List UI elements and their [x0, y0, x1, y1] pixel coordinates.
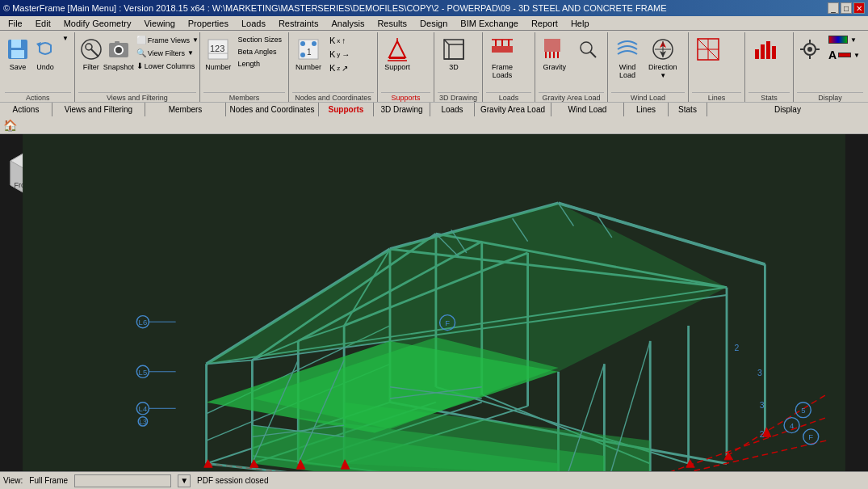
view-filters-icon: 🔍	[136, 48, 146, 57]
view-label: View:	[3, 476, 23, 485]
filter-label: Filter	[83, 63, 99, 71]
color-dropdown-button[interactable]: ▼	[825, 34, 863, 45]
section-actions[interactable]: Actions	[0, 103, 52, 116]
status-progress-bar[interactable]	[74, 474, 171, 487]
kx-button[interactable]: K x ↑	[326, 34, 353, 47]
svg-rect-1	[11, 40, 21, 48]
menu-help[interactable]: Help	[566, 19, 594, 28]
undo-button[interactable]: Undo	[32, 34, 58, 74]
main-area: Top Front Right	[0, 134, 868, 471]
section-wind[interactable]: Wind Load	[551, 103, 624, 116]
stats-button[interactable]	[748, 34, 781, 65]
gravity-group-label: Gravity Area Load	[539, 92, 604, 102]
frame-loads-icon	[489, 36, 515, 62]
svg-point-37	[581, 42, 592, 53]
section-supports[interactable]: Supports	[319, 103, 374, 116]
frame-views-icon: ⬜	[136, 36, 146, 44]
section-sizes-button[interactable]: Section Sizes	[234, 34, 285, 45]
wind-load-button[interactable]: WindLoad	[611, 34, 644, 82]
lines-button[interactable]	[692, 34, 724, 65]
nodes-group-label: Nodes and Coordinates	[292, 92, 374, 102]
ky-button[interactable]: K y →	[326, 48, 353, 61]
menu-file[interactable]: File	[3, 19, 27, 28]
undo-dropdown[interactable]: ▼	[60, 34, 71, 43]
titlebar-controls[interactable]: _ □ ✕	[828, 2, 865, 14]
kz-button[interactable]: K z ↗	[326, 61, 353, 74]
length-button[interactable]: Length	[234, 58, 285, 70]
section-views[interactable]: Views and Filtering	[52, 103, 145, 116]
menu-design[interactable]: Design	[415, 19, 452, 28]
ribbon-group-lines: Lines	[689, 32, 745, 102]
svg-point-8	[115, 47, 122, 53]
lines-group-label: Lines	[692, 92, 741, 102]
menu-restraints[interactable]: Restraints	[274, 19, 324, 28]
ribbon-group-stats: Stats	[745, 32, 794, 102]
menu-analysis[interactable]: Analysis	[326, 19, 369, 28]
view-filters-button[interactable]: 🔍 View Filters ▼	[133, 47, 202, 59]
svg-marker-18	[389, 41, 405, 57]
save-button[interactable]: Save	[5, 34, 31, 74]
frame-loads-label: FrameLoads	[492, 63, 513, 79]
display-settings-button[interactable]	[797, 34, 824, 65]
frame-views-button[interactable]: ⬜ Frame Views ▼	[133, 34, 202, 46]
svg-rect-9	[115, 41, 120, 44]
home-icon[interactable]: 🏠	[3, 119, 17, 132]
section-labels: Actions Views and Filtering Members Node…	[0, 102, 868, 116]
wind-group-label: Wind Load	[611, 92, 685, 102]
filter-button[interactable]: Filter	[78, 34, 104, 74]
section-stats[interactable]: Stats	[669, 103, 707, 116]
menu-modify-geometry[interactable]: Modify Geometry	[59, 19, 136, 28]
svg-text:4: 4	[790, 421, 794, 430]
snapshot-button[interactable]: Snapshot	[106, 34, 132, 74]
svg-rect-27	[492, 46, 513, 53]
menu-results[interactable]: Results	[372, 19, 412, 28]
filter-icon	[78, 36, 104, 62]
status-dropdown-button[interactable]: ▼	[178, 474, 191, 487]
lower-columns-button[interactable]: ⬇ Lower Columns	[133, 60, 202, 72]
section-loads[interactable]: Loads	[430, 103, 475, 116]
3d-button[interactable]: 3D	[438, 34, 470, 74]
svg-text:2: 2	[760, 430, 765, 439]
font-button[interactable]: A ▼	[825, 47, 863, 63]
support-button[interactable]: Support	[381, 34, 413, 74]
nodes-number-icon: 1	[296, 36, 321, 62]
section-lines[interactable]: Lines	[624, 103, 669, 116]
minimize-button[interactable]: _	[828, 2, 839, 14]
nodes-number-button[interactable]: 1 Number	[292, 34, 325, 74]
support-label: Support	[384, 63, 410, 71]
viewport[interactable]: Top Front Right	[0, 134, 868, 471]
menubar: File Edit Modify Geometry Viewing Proper…	[0, 16, 868, 31]
save-label: Save	[10, 63, 27, 71]
menu-properties[interactable]: Properties	[183, 19, 233, 28]
beta-angles-button[interactable]: Beta Angles	[234, 46, 285, 57]
members-number-icon: 123	[205, 36, 231, 62]
section-3d[interactable]: 3D Drawing	[374, 103, 430, 116]
ribbon-group-nodes: 1 Number K x ↑ K y → K z	[289, 32, 378, 102]
section-members[interactable]: Members	[145, 103, 226, 116]
menu-bim-exchange[interactable]: BIM Exchange	[455, 19, 523, 28]
menu-loads[interactable]: Loads	[237, 19, 270, 28]
section-display[interactable]: Display	[707, 103, 868, 116]
ribbon-group-supports: Support Supports	[378, 32, 434, 102]
wind-load-label: WindLoad	[619, 63, 636, 79]
navrow: 🏠	[0, 116, 868, 134]
members-number-button[interactable]: 123 Number	[203, 34, 233, 74]
svg-text:L4: L4	[139, 404, 148, 413]
section-nodes[interactable]: Nodes and Coordinates	[226, 103, 319, 116]
wind-direction-button[interactable]: Direction ▼	[645, 34, 681, 82]
section-gravity[interactable]: Gravity Area Load	[475, 103, 551, 116]
nodes-number-label: Number	[296, 63, 321, 71]
gravity-search-button[interactable]	[572, 34, 605, 65]
frame-loads-button[interactable]: FrameLoads	[486, 34, 518, 82]
svg-point-15	[312, 41, 317, 46]
gravity-label: Gravity	[543, 63, 566, 71]
menu-edit[interactable]: Edit	[31, 19, 56, 28]
gravity-button[interactable]: Gravity	[539, 34, 571, 74]
menu-viewing[interactable]: Viewing	[139, 19, 179, 28]
display-settings-icon	[797, 36, 823, 62]
maximize-button[interactable]: □	[841, 2, 852, 14]
close-button[interactable]: ✕	[853, 2, 865, 14]
menu-report[interactable]: Report	[526, 19, 563, 28]
svg-text:1: 1	[307, 48, 312, 57]
stats-group-label: Stats	[748, 92, 790, 102]
